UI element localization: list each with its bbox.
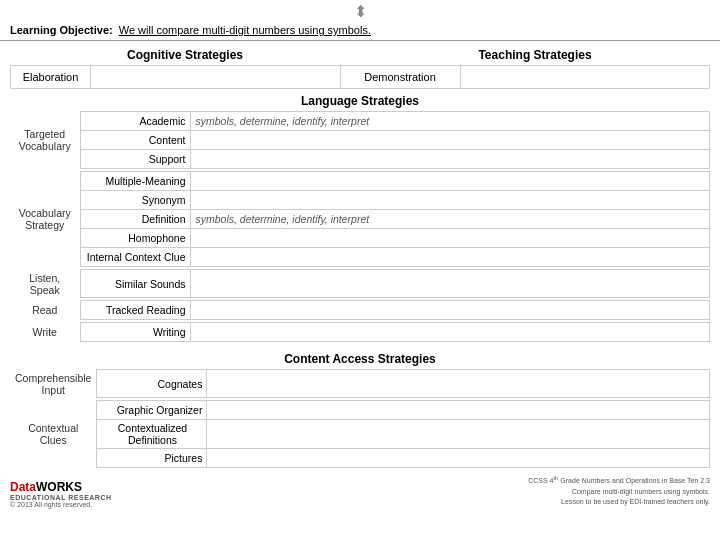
table-row: Read Tracked Reading — [10, 301, 710, 320]
homophone-content — [190, 229, 710, 248]
table-row: Contextual Clues Graphic Organizer — [10, 401, 710, 420]
learning-objective-text: We will compare multi-digit numbers usin… — [119, 24, 710, 36]
definition-label: Definition — [80, 210, 190, 229]
table-row: Homophone — [10, 229, 710, 248]
contextualized-definitions-content — [207, 420, 710, 449]
learning-objective-row: Learning Objective: We will compare mult… — [0, 22, 720, 41]
language-strategies-title: Language Strategies — [0, 89, 720, 111]
table-row: Write Writing — [10, 323, 710, 342]
table-row: Support — [10, 150, 710, 169]
similar-sounds-label: Similar Sounds — [80, 270, 190, 298]
academic-label: Academic — [80, 112, 190, 131]
footer-copyright: © 2013 All rights reserved. — [10, 501, 112, 508]
graphic-organizer-content — [207, 401, 710, 420]
logo-data: Data — [10, 480, 36, 494]
table-row: Definition symbols, determine, identify,… — [10, 210, 710, 229]
logo-sub: EDUCATIONAL RESEARCH — [10, 494, 112, 501]
multiple-meaning-label: Multiple-Meaning — [80, 172, 190, 191]
content-content — [190, 131, 710, 150]
logo-text: DataWORKS — [10, 480, 112, 494]
pictures-label: Pictures — [97, 449, 207, 468]
teaching-strategies-header: Teaching Strategies — [360, 45, 710, 65]
table-row: Synonym — [10, 191, 710, 210]
content-access-strategies-table: Comprehensible Input Cognates Contextual… — [10, 369, 710, 468]
cognates-label: Cognates — [97, 370, 207, 398]
demonstration-label: Demonstration — [364, 71, 436, 83]
cognitive-strategies-header: Cognitive Strategies — [10, 45, 360, 65]
support-content — [190, 150, 710, 169]
cognates-content — [207, 370, 710, 398]
footer-ccss: CCSS 4th Grade Numbers and Operations in… — [528, 474, 710, 508]
content-label: Content — [80, 131, 190, 150]
internal-context-clue-label: Internal Context Clue — [80, 248, 190, 267]
contextual-clues-label: Contextual Clues — [10, 401, 97, 468]
footer: DataWORKS EDUCATIONAL RESEARCH © 2013 Al… — [10, 474, 710, 512]
table-row: Contextualized Definitions — [10, 420, 710, 449]
vocabulary-strategy-label: Vocabulary Strategy — [10, 172, 80, 267]
logo-works: WORKS — [36, 480, 82, 494]
strategies-header: Cognitive Strategies Teaching Strategies — [10, 45, 710, 65]
top-icon: ⬍ — [354, 4, 367, 20]
synonym-content — [190, 191, 710, 210]
content-access-strategies-title: Content Access Strategies — [0, 347, 720, 369]
synonym-label: Synonym — [80, 191, 190, 210]
contextualized-definitions-label: Contextualized Definitions — [97, 420, 207, 449]
writing-content — [190, 323, 710, 342]
top-bar: ⬍ — [0, 0, 720, 22]
demonstration-cell: Demonstration — [341, 66, 461, 88]
ccss-line2: Compare multi-digit numbers using symbol… — [572, 488, 710, 495]
elaboration-middle — [91, 66, 341, 88]
similar-sounds-content — [190, 270, 710, 298]
ccss-line3: Lesson to be used by EDI-trained teacher… — [561, 498, 710, 505]
graphic-organizer-label: Graphic Organizer — [97, 401, 207, 420]
language-strategies-table: Targeted Vocabulary Academic symbols, de… — [10, 111, 710, 342]
tracked-reading-label: Tracked Reading — [80, 301, 190, 320]
comprehensible-input-label: Comprehensible Input — [10, 370, 97, 398]
table-row: Vocabulary Strategy Multiple-Meaning — [10, 172, 710, 191]
academic-content: symbols, determine, identify, interpret — [190, 112, 710, 131]
internal-context-clue-content — [190, 248, 710, 267]
multiple-meaning-content — [190, 172, 710, 191]
tracked-reading-content — [190, 301, 710, 320]
learning-objective-label: Learning Objective: — [10, 24, 113, 36]
elaboration-cell: Elaboration — [11, 66, 91, 88]
write-label: Write — [10, 323, 80, 342]
table-row: Content — [10, 131, 710, 150]
targeted-vocabulary-label: Targeted Vocabulary — [10, 112, 80, 169]
elaboration-label: Elaboration — [23, 71, 79, 83]
demonstration-right — [461, 66, 710, 88]
ccss-line1: CCSS 4th Grade Numbers and Operations in… — [528, 477, 710, 484]
definition-content: symbols, determine, identify, interpret — [190, 210, 710, 229]
listen-speak-label: Listen, Speak — [10, 270, 80, 298]
pictures-content — [207, 449, 710, 468]
table-row: Internal Context Clue — [10, 248, 710, 267]
footer-logo: DataWORKS EDUCATIONAL RESEARCH © 2013 Al… — [10, 480, 112, 508]
table-row: Pictures — [10, 449, 710, 468]
read-label: Read — [10, 301, 80, 320]
support-label: Support — [80, 150, 190, 169]
table-row: Comprehensible Input Cognates — [10, 370, 710, 398]
homophone-label: Homophone — [80, 229, 190, 248]
top-section: Elaboration Demonstration — [10, 65, 710, 89]
writing-label: Writing — [80, 323, 190, 342]
table-row: Targeted Vocabulary Academic symbols, de… — [10, 112, 710, 131]
table-row: Listen, Speak Similar Sounds — [10, 270, 710, 298]
